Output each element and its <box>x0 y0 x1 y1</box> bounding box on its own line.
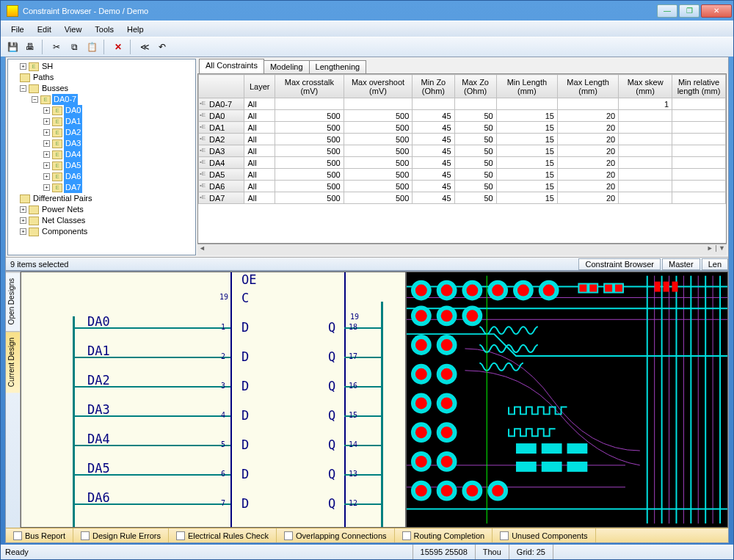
tree-node-da6[interactable]: DA6 <box>64 171 82 182</box>
cell-maxzo[interactable]: 50 <box>454 134 496 145</box>
cell-minzo[interactable]: 45 <box>413 169 454 181</box>
row-net[interactable]: DA5 <box>199 169 244 181</box>
constraints-grid[interactable]: Layer Max crosstalk (mV) Max overshoot (… <box>197 73 727 244</box>
cell-maxzo[interactable]: 50 <box>454 169 496 181</box>
cell-maxzo[interactable] <box>454 98 496 110</box>
expand-icon[interactable]: + <box>20 217 26 224</box>
cell-rel[interactable] <box>672 110 726 122</box>
tab-design-rule-errors[interactable]: Design Rule Errors <box>73 528 169 542</box>
cell-maxlen[interactable]: 20 <box>557 181 618 192</box>
cell-crosstalk[interactable]: 500 <box>275 145 344 157</box>
table-row[interactable]: DA1 All 500 500 45 50 15 20 <box>199 122 726 134</box>
cell-overshoot[interactable]: 500 <box>344 145 413 157</box>
tree-node-busses[interactable]: Busses <box>40 83 70 94</box>
row-net[interactable]: DA0 <box>199 110 244 122</box>
print-icon[interactable]: 🖶 <box>23 40 37 54</box>
cell-minlen[interactable]: 15 <box>496 169 557 181</box>
cell-skew[interactable] <box>619 122 672 134</box>
menu-help[interactable]: Help <box>121 23 150 35</box>
cell-maxlen[interactable]: 20 <box>557 169 618 181</box>
grid-hscroll[interactable] <box>197 244 727 255</box>
cell-skew[interactable] <box>619 134 672 145</box>
cell-minzo[interactable] <box>413 98 454 110</box>
cell-crosstalk[interactable]: 500 <box>275 157 344 169</box>
paste-icon[interactable]: 📋 <box>84 40 99 54</box>
tree-node-diffpairs[interactable]: Differential Pairs <box>32 193 94 204</box>
cell-maxzo[interactable]: 50 <box>454 157 496 169</box>
cell-skew[interactable] <box>619 157 672 169</box>
col-minzo[interactable]: Min Zo (Ohm) <box>413 75 454 98</box>
table-row[interactable]: DA0-7 All 1 <box>199 98 726 110</box>
cell-minzo[interactable]: 45 <box>413 110 454 122</box>
cell-minlen[interactable]: 15 <box>496 110 557 122</box>
tree-node-paths[interactable]: Paths <box>32 72 55 83</box>
cell-skew[interactable] <box>619 169 672 181</box>
col-maxzo[interactable]: Max Zo (Ohm) <box>454 75 496 98</box>
tree-node-da7[interactable]: DA7 <box>64 182 82 193</box>
tree-node-da3[interactable]: DA3 <box>64 138 82 149</box>
cell-overshoot[interactable]: 500 <box>344 110 413 122</box>
cell-skew[interactable] <box>619 110 672 122</box>
cell-minzo[interactable]: 45 <box>413 145 454 157</box>
cell-rel[interactable] <box>672 169 726 181</box>
cell-rel[interactable] <box>672 181 726 192</box>
cell-overshoot[interactable]: 500 <box>344 181 413 192</box>
expand-icon[interactable]: + <box>43 151 50 158</box>
tab-all-constraints[interactable]: All Constraints <box>199 59 264 73</box>
tree-node-da1[interactable]: DA1 <box>64 116 82 127</box>
cell-minlen[interactable]: 15 <box>496 122 557 134</box>
cell-layer[interactable]: All <box>244 192 275 204</box>
col-crosstalk[interactable]: Max crosstalk (mV) <box>275 75 344 98</box>
table-row[interactable]: DA3 All 500 500 45 50 15 20 <box>199 145 726 157</box>
cell-layer[interactable]: All <box>244 181 275 192</box>
tab-bus-report[interactable]: Bus Report <box>6 528 73 542</box>
col-overshoot[interactable]: Max overshoot (mV) <box>344 75 413 98</box>
cell-layer[interactable]: All <box>244 98 275 110</box>
tree-node-da2[interactable]: DA2 <box>64 127 82 138</box>
cell-minzo[interactable]: 45 <box>413 192 454 204</box>
tab-unused[interactable]: Unused Components <box>493 528 595 542</box>
tree-node-da07[interactable]: DA0-7 <box>52 94 78 105</box>
cell-overshoot[interactable]: 500 <box>344 169 413 181</box>
cell-crosstalk[interactable]: 500 <box>275 192 344 204</box>
expand-icon[interactable]: + <box>20 63 26 70</box>
col-maxlen[interactable]: Max Length (mm) <box>557 75 618 98</box>
copy-icon[interactable]: ⧉ <box>67 40 81 54</box>
tab-erc[interactable]: Electrical Rules Check <box>169 528 277 542</box>
table-row[interactable]: DA7 All 500 500 45 50 15 20 <box>199 192 726 204</box>
col-net[interactable] <box>199 75 244 98</box>
cell-maxzo[interactable]: 50 <box>454 192 496 204</box>
col-skew[interactable]: Max skew (mm) <box>619 75 672 98</box>
cell-rel[interactable] <box>672 122 726 134</box>
nets-tree[interactable]: +ESH Paths −Busses −EDA0-7 +EDA0+EDA1+ED… <box>7 59 196 255</box>
tree-node-da5[interactable]: DA5 <box>64 160 82 171</box>
cell-overshoot[interactable]: 500 <box>344 192 413 204</box>
cell-maxlen[interactable]: 20 <box>557 122 618 134</box>
tree-node-netclasses[interactable]: Net Classes <box>40 215 87 226</box>
cell-minzo[interactable]: 45 <box>413 122 454 134</box>
cell-minlen[interactable]: 15 <box>496 145 557 157</box>
table-row[interactable]: DA2 All 500 500 45 50 15 20 <box>199 134 726 145</box>
col-minlen[interactable]: Min Length (mm) <box>496 75 557 98</box>
cell-crosstalk[interactable]: 500 <box>275 110 344 122</box>
cell-crosstalk[interactable]: 500 <box>275 134 344 145</box>
tab-routing[interactable]: Routing Completion <box>395 528 493 542</box>
save-icon[interactable]: 💾 <box>5 40 20 54</box>
menu-edit[interactable]: Edit <box>32 23 57 35</box>
menu-view[interactable]: View <box>59 23 88 35</box>
maximize-button[interactable]: ❐ <box>679 4 700 18</box>
status-len[interactable]: Len <box>702 258 728 270</box>
cell-minlen[interactable] <box>496 98 557 110</box>
row-net[interactable]: DA1 <box>199 122 244 134</box>
cell-overshoot[interactable]: 500 <box>344 134 413 145</box>
cell-rel[interactable] <box>672 134 726 145</box>
delete-icon[interactable]: ✕ <box>111 40 126 54</box>
cell-overshoot[interactable] <box>344 98 413 110</box>
tree-node-powernets[interactable]: Power Nets <box>40 204 85 215</box>
row-net[interactable]: DA7 <box>199 192 244 204</box>
cell-layer[interactable]: All <box>244 145 275 157</box>
cell-minlen[interactable]: 15 <box>496 181 557 192</box>
tab-lengthening[interactable]: Lengthening <box>309 60 367 73</box>
tab-overlapping[interactable]: Overlapping Connections <box>277 528 395 542</box>
expand-icon[interactable]: + <box>43 140 50 147</box>
